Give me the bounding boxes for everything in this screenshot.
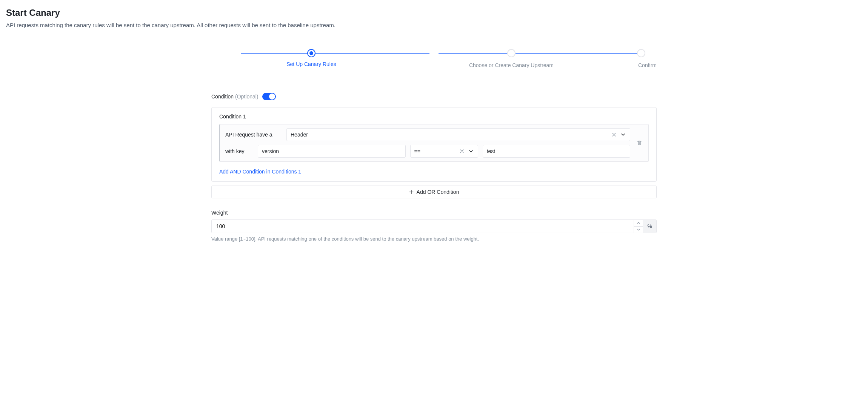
step-setup-rules[interactable]: Set Up Canary Rules <box>211 49 411 67</box>
stepper: Set Up Canary Rules Choose or Create Can… <box>211 49 657 68</box>
rule-box: API Request have a Header <box>219 124 649 162</box>
stepper-line <box>439 53 637 54</box>
chevron-down-icon <box>637 229 640 231</box>
condition-optional: (Optional) <box>235 94 258 100</box>
add-or-condition-button[interactable]: Add OR Condition <box>211 186 657 198</box>
stepper-line <box>241 53 429 54</box>
chevron-down-icon[interactable] <box>620 132 626 138</box>
weight-input-wrap: % <box>211 219 657 233</box>
step-circle-icon <box>307 49 315 57</box>
step-circle-icon <box>637 49 645 57</box>
add-and-condition-link[interactable]: Add AND Condition in Conditions 1 <box>219 169 301 175</box>
weight-help-text: Value range [1~100], API requests matchi… <box>211 236 657 242</box>
step-circle-icon <box>507 49 516 57</box>
rule-type-value: Header <box>291 132 308 138</box>
weight-input[interactable] <box>212 220 634 233</box>
chevron-up-icon <box>637 222 640 224</box>
rule-operator-value: == <box>414 148 420 154</box>
rule-value-field[interactable] <box>487 148 626 154</box>
rule-row-key: with key == <box>225 145 630 158</box>
step-choose-upstream[interactable]: Choose or Create Canary Upstream <box>411 49 611 68</box>
weight-unit: % <box>643 220 656 233</box>
rule-type-select[interactable]: Header <box>286 128 630 141</box>
weight-stepper <box>634 220 643 233</box>
clear-icon[interactable] <box>611 132 617 138</box>
chevron-down-icon[interactable] <box>468 148 474 154</box>
rule-key-input[interactable] <box>258 145 406 158</box>
clear-icon[interactable] <box>459 148 465 154</box>
trash-icon <box>636 140 642 146</box>
rule-operator-select[interactable]: == <box>410 145 478 158</box>
weight-increment-button[interactable] <box>634 220 643 227</box>
condition-title: Condition 1 <box>219 114 649 120</box>
plus-icon <box>409 190 414 194</box>
condition-label: Condition <box>211 94 234 100</box>
weight-label: Weight <box>211 210 657 216</box>
step-label: Confirm <box>611 62 657 68</box>
delete-rule-button[interactable] <box>636 139 643 147</box>
rule-label-have-a: API Request have a <box>225 132 282 138</box>
rule-key-field[interactable] <box>262 148 402 154</box>
page-title: Start Canary <box>6 8 862 18</box>
page-subtitle: API requests matching the canary rules w… <box>6 22 862 28</box>
weight-decrement-button[interactable] <box>634 227 643 233</box>
condition-section-header: Condition (Optional) <box>211 93 657 100</box>
condition-card: Condition 1 API Request have a Header <box>211 107 657 182</box>
rule-label-with-key: with key <box>225 148 253 154</box>
add-or-label: Add OR Condition <box>417 189 459 195</box>
rule-row-type: API Request have a Header <box>225 128 630 141</box>
step-confirm[interactable]: Confirm <box>611 49 657 68</box>
step-label: Choose or Create Canary Upstream <box>411 62 611 68</box>
rule-value-input[interactable] <box>483 145 631 158</box>
step-label: Set Up Canary Rules <box>211 61 411 67</box>
condition-toggle[interactable] <box>262 93 276 100</box>
